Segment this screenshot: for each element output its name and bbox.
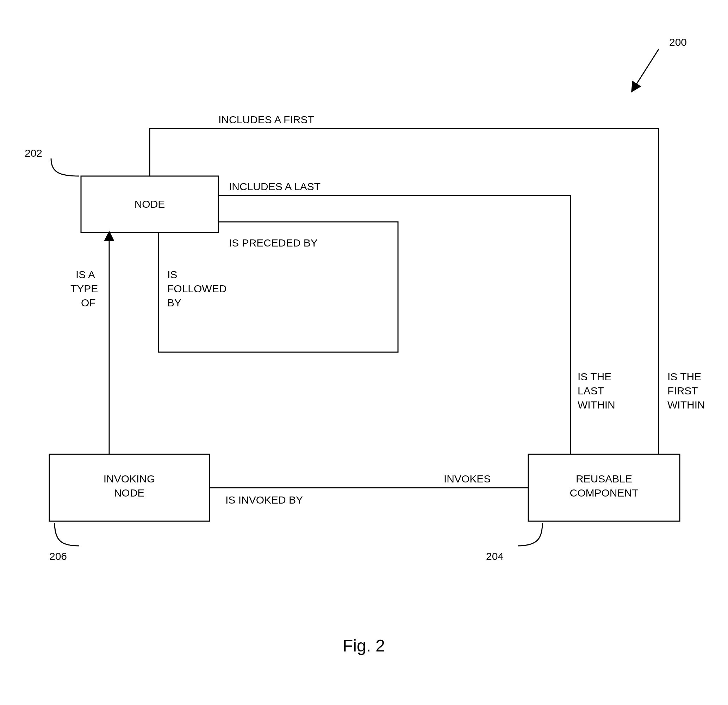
edge-preceded-label: IS PRECEDED BY <box>229 237 318 248</box>
reusable-component-box: REUSABLE COMPONENT <box>528 454 680 521</box>
edge-invoked-by-label: IS INVOKED BY <box>225 494 303 506</box>
edge-is-a-type-of-l3: OF <box>81 297 96 308</box>
edge-includes-first: INCLUDES A FIRST IS THE FIRST WITHIN <box>150 114 705 454</box>
figure-caption: Fig. 2 <box>343 636 385 655</box>
edge-followed-l1: IS <box>167 269 177 280</box>
edge-preceded-followed: IS PRECEDED BY IS FOLLOWED BY <box>159 222 398 352</box>
edge-is-a-type-of-l2: TYPE <box>71 283 98 295</box>
edge-last-within-l1: IS THE <box>578 371 611 383</box>
edge-followed-l2: FOLLOWED <box>167 283 227 295</box>
invoking-node-l2: NODE <box>114 487 145 498</box>
ref-202-label: 202 <box>25 147 42 159</box>
ref-204-label: 204 <box>486 550 504 562</box>
ref-206-label: 206 <box>49 550 67 562</box>
ref-202: 202 <box>25 147 79 176</box>
reusable-l1: REUSABLE <box>576 473 632 485</box>
node-box: NODE <box>81 176 218 233</box>
ref-204: 204 <box>486 523 542 562</box>
edge-includes-last-label: INCLUDES A LAST <box>229 181 321 192</box>
edge-first-within-l1: IS THE <box>667 371 701 383</box>
edge-first-within-l3: WITHIN <box>667 399 705 410</box>
svg-line-0 <box>634 49 659 88</box>
edge-is-a-type-of-l1: IS A <box>76 269 95 280</box>
reusable-l2: COMPONENT <box>570 487 638 498</box>
edge-followed-l3: BY <box>167 297 181 308</box>
ref-200-label: 200 <box>669 36 687 48</box>
edge-first-within-l2: FIRST <box>667 385 698 397</box>
edge-last-within-l3: WITHIN <box>578 399 615 410</box>
edge-invokes-label: INVOKES <box>444 473 491 485</box>
edge-is-a-type-of: IS A TYPE OF <box>71 236 109 454</box>
ref-200: 200 <box>634 36 687 88</box>
invoking-node-l1: INVOKING <box>104 473 155 485</box>
diagram-figure-2: 200 NODE 202 INVOKING NODE 206 REUSABLE … <box>0 0 728 705</box>
invoking-node-box: INVOKING NODE <box>49 454 209 521</box>
edge-invokes: INVOKES IS INVOKED BY <box>209 473 528 506</box>
edge-includes-first-label: INCLUDES A FIRST <box>218 114 314 126</box>
ref-206: 206 <box>49 523 79 562</box>
edge-last-within-l2: LAST <box>578 385 604 397</box>
node-label: NODE <box>134 198 165 210</box>
